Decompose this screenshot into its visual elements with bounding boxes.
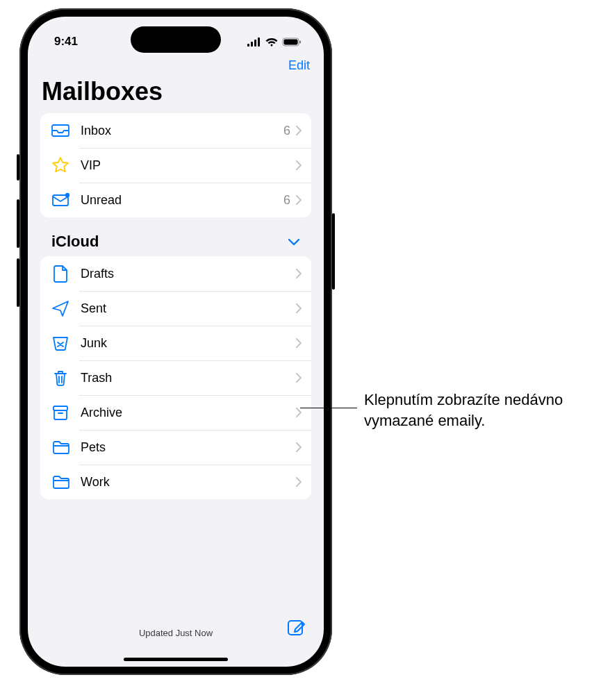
mailbox-label: VIP	[81, 158, 296, 173]
mailbox-label: Trash	[81, 371, 296, 385]
folder-icon	[50, 437, 71, 458]
chevron-right-icon	[296, 160, 302, 170]
toolbar-status: Updated Just Now	[139, 628, 213, 638]
mailbox-label: Pets	[81, 440, 296, 455]
folder-icon	[50, 472, 71, 492]
dynamic-island	[131, 26, 221, 53]
svg-rect-6	[254, 40, 256, 47]
mailbox-count: 6	[283, 124, 290, 138]
icloud-mailboxes-group: DraftsSentJunkTrashArchivePetsWork	[40, 256, 311, 499]
mailbox-row-work[interactable]: Work	[40, 465, 311, 499]
vip-icon	[50, 155, 71, 176]
chevron-right-icon	[296, 195, 302, 205]
home-indicator	[124, 658, 228, 661]
mailbox-label: Unread	[81, 193, 283, 208]
svg-rect-7	[258, 38, 260, 47]
mailbox-row-sent[interactable]: Sent	[40, 291, 311, 326]
mailbox-label: Inbox	[81, 124, 283, 138]
svg-rect-4	[247, 44, 249, 47]
cellular-icon	[247, 38, 261, 47]
status-time: 9:41	[54, 35, 78, 49]
svg-rect-9	[284, 39, 298, 44]
mailbox-label: Junk	[81, 336, 296, 351]
chevron-right-icon	[296, 338, 302, 348]
wifi-icon	[265, 38, 278, 47]
mailbox-label: Archive	[81, 406, 296, 420]
mailbox-row-drafts[interactable]: Drafts	[40, 256, 311, 291]
page-title: Mailboxes	[28, 73, 324, 113]
phone-frame: 9:41 Edit Mailboxes Inbox6VIPUnread6 iCl…	[19, 8, 332, 675]
icloud-section-label: iCloud	[51, 233, 99, 251]
screen: 9:41 Edit Mailboxes Inbox6VIPUnread6 iCl…	[28, 17, 324, 667]
svg-rect-5	[251, 42, 253, 47]
mailbox-count: 6	[283, 193, 290, 208]
callout-text: Klepnutím zobrazíte nedávno vymazané ema…	[364, 390, 600, 431]
mailbox-row-archive[interactable]: Archive	[40, 395, 311, 430]
mailbox-row-junk[interactable]: Junk	[40, 326, 311, 360]
drafts-icon	[50, 263, 71, 284]
edit-button[interactable]: Edit	[288, 58, 310, 73]
compose-button[interactable]	[286, 617, 307, 638]
battery-icon	[282, 38, 302, 47]
unread-icon	[50, 190, 71, 210]
mailbox-row-unread[interactable]: Unread6	[40, 183, 311, 217]
mailbox-row-pets[interactable]: Pets	[40, 430, 311, 465]
mailbox-row-inbox[interactable]: Inbox6	[40, 113, 311, 148]
chevron-right-icon	[296, 408, 302, 417]
sent-icon	[50, 298, 71, 319]
inbox-icon	[50, 120, 71, 141]
chevron-right-icon	[296, 269, 302, 278]
mailbox-row-vip[interactable]: VIP	[40, 148, 311, 183]
svg-rect-10	[299, 40, 301, 43]
mailbox-row-trash[interactable]: Trash	[40, 360, 311, 395]
mailbox-label: Drafts	[81, 267, 296, 281]
mailbox-label: Work	[81, 475, 296, 490]
chevron-right-icon	[296, 477, 302, 487]
compose-icon	[286, 617, 307, 638]
chevron-right-icon	[296, 303, 302, 313]
chevron-right-icon	[296, 373, 302, 383]
chevron-right-icon	[296, 126, 302, 135]
icloud-section-header[interactable]: iCloud	[40, 217, 311, 256]
trash-icon	[50, 367, 71, 388]
chevron-right-icon	[296, 442, 302, 452]
archive-icon	[50, 402, 71, 423]
mailbox-label: Sent	[81, 301, 296, 316]
callout-leader-line	[300, 408, 357, 408]
nav-bar: Edit	[28, 56, 324, 73]
mailboxes-smart-group: Inbox6VIPUnread6	[40, 113, 311, 217]
junk-icon	[50, 333, 71, 353]
chevron-down-icon	[288, 238, 300, 246]
